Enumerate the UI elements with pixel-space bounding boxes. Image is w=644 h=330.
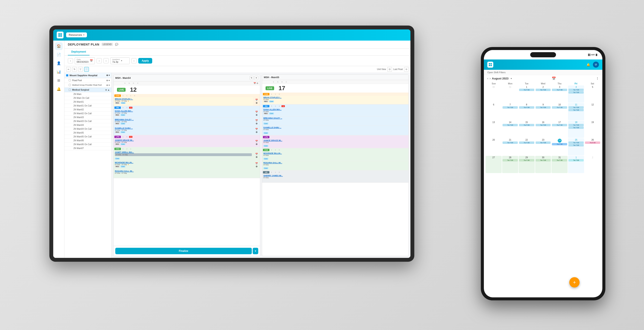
cal-cell[interactable]: 77a-7:30 (502, 103, 518, 120)
staff-name[interactable]: MCKENZIE BILLIN... (115, 162, 252, 164)
cal-cell[interactable]: 247a-7:30 (552, 138, 568, 156)
next-date-button[interactable]: › (96, 58, 102, 63)
cal-cell[interactable]: 267a-3:30 (584, 138, 601, 156)
info-icon[interactable]: 💬 (115, 43, 118, 46)
list-item[interactable]: 2N Main01 On Call (64, 104, 112, 108)
staff-name[interactable]: DANIELLE DABU ... (115, 127, 252, 129)
cal-cell[interactable]: 19 (584, 121, 601, 138)
sidebar-item-docs[interactable]: 📄 (55, 51, 63, 58)
cal-cell[interactable]: 297a-7:30 (519, 156, 535, 173)
sidebar-item-user[interactable]: 👤 (55, 60, 63, 67)
finalize-dropdown-button[interactable]: ▾ (253, 248, 258, 254)
staff-name[interactable]: MCKENZIE BILLIN... (264, 152, 407, 154)
filter-icon[interactable]: ▽ (78, 67, 83, 72)
cal-cell[interactable]: 27 (486, 156, 502, 173)
cal-cell[interactable]: 227a-7:30 (519, 138, 535, 156)
staff-name[interactable]: JANET GRELL IMA... (115, 151, 252, 153)
refresh-icon[interactable]: ↻ (72, 67, 77, 72)
prev-date-button[interactable]: ‹ (68, 58, 73, 63)
settings-icon[interactable]: ⚙ (256, 131, 258, 133)
list-item[interactable]: 2N Main06 On Call (64, 142, 112, 146)
cal-cell[interactable]: 287a-7:30 (502, 156, 518, 173)
cal-cell[interactable]: 17a-7:30 (519, 86, 535, 103)
cal-cell[interactable]: 20 (486, 138, 502, 156)
cal-cell[interactable]: 30 (486, 86, 502, 103)
inpatient-dropdown[interactable]: Inpatient 7a-3p ▾ (110, 57, 130, 64)
cal-cell[interactable]: 6 (486, 103, 502, 120)
staff-name[interactable]: ROSARIA DALL IM... (264, 162, 407, 164)
hospital-expand-icon[interactable]: ⊕ ▾ (106, 74, 110, 76)
settings-icon[interactable]: ⚙ (256, 165, 258, 168)
cal-cell[interactable]: 2 (584, 156, 601, 173)
cal-cell[interactable]: 257a-7:307a-7:30 (568, 138, 584, 156)
collapse-icon[interactable]: ⇐ (66, 67, 71, 72)
settings-icon[interactable]: ⚙ (256, 122, 258, 125)
staff-name[interactable]: JANICE GRACE IM... (115, 139, 252, 141)
cal-cell[interactable]: 237a-7:30 (535, 138, 551, 156)
list-item[interactable]: 2N Main05 (64, 131, 112, 135)
sidebar-item-home[interactable]: 🏠 (55, 42, 63, 50)
cal-cell[interactable]: 307a-7:30 (535, 156, 551, 173)
list-item[interactable]: 2N Main05 On Call (64, 135, 112, 139)
cal-dropdown-arrow[interactable]: ▾ (511, 77, 512, 80)
action-icon[interactable]: 📅 (255, 111, 258, 113)
staff-name[interactable]: BRIAN STAPLES I... (115, 98, 252, 100)
medical-surgical-checkbox[interactable] (69, 89, 71, 91)
refresh-col1-icon[interactable]: ↻ (250, 76, 254, 80)
list-item[interactable]: 2N Main (64, 92, 112, 96)
action-icon[interactable]: 📅 (255, 162, 258, 165)
medical-surgical-expand-icon[interactable]: ⊕ ▲ (105, 89, 110, 91)
cal-cell[interactable]: 187a-7:307a-7:30 (568, 121, 584, 138)
tab-deployment[interactable]: Deployment (68, 48, 90, 56)
prev-unit-button[interactable]: ‹ (104, 58, 108, 63)
action-icon[interactable]: 📅 (255, 99, 258, 101)
list-item[interactable]: 2N Main03 (64, 116, 112, 120)
cal-cell[interactable]: 157a-7:30 (519, 121, 535, 138)
next-unit-button[interactable]: › (132, 58, 136, 63)
cal-cell[interactable]: 107a-7:30 (552, 103, 568, 120)
list-item[interactable]: 2N Main04 (64, 123, 112, 127)
apply-button[interactable]: Apply (138, 58, 152, 64)
user-avatar[interactable]: LI (593, 62, 599, 68)
staff-name[interactable]: DANIELLE DABU ... (264, 126, 407, 128)
action-icon[interactable]: 📅 (255, 128, 258, 130)
cal-cell[interactable]: 37a-7:30 (552, 86, 568, 103)
list-item[interactable]: 2N Main06 (64, 139, 112, 142)
list-item[interactable]: 2N Main03 On Call (64, 120, 112, 123)
action-icon[interactable]: 📅 (255, 140, 258, 142)
cal-cell[interactable]: 97a-7:30 (535, 103, 551, 120)
cal-more-icon[interactable]: ⋮ (596, 77, 599, 80)
cal-cell[interactable]: 12 (584, 103, 601, 120)
float-icon[interactable]: ⊙ (404, 67, 409, 72)
unit-view-icon[interactable]: ⊡ (387, 67, 392, 72)
staff-name[interactable]: BRIAN STAPLES I... (264, 96, 407, 98)
list-item[interactable]: 2N Main02 (64, 108, 112, 112)
cal-cell[interactable]: 117a-7:307a-7:30 (568, 103, 584, 120)
action-icon[interactable]: 📅 (255, 153, 258, 155)
sidebar-item-bell[interactable]: 🔔 (55, 85, 63, 93)
cal-cell[interactable]: 87a-7:30 (519, 103, 535, 120)
notification-icon[interactable]: 🔔 (585, 62, 591, 68)
settings-icon[interactable]: ⚙ (256, 156, 258, 158)
staff-name[interactable]: BREANNA DALEY ... (115, 118, 252, 121)
settings-icon[interactable]: ⚙ (256, 102, 258, 104)
list-item[interactable]: 2N Main02 On Call (64, 112, 112, 116)
sidebar-item-grid[interactable]: ⊞ (55, 77, 63, 84)
med-group-expand-icon[interactable]: ⊕ ▾ (106, 84, 110, 86)
resources-dropdown[interactable]: Resources ▾ (66, 32, 87, 37)
list-item[interactable]: 2N Main04 On Call (64, 127, 112, 131)
cal-view-icon[interactable]: 📅 (552, 76, 556, 80)
list-item[interactable]: 2N Main07 (64, 146, 112, 150)
cal-next-button[interactable]: › (490, 77, 491, 80)
med-group-checkbox[interactable] (69, 84, 71, 86)
settings-icon[interactable]: ⚙ (256, 114, 258, 116)
heart-icon[interactable]: ♡ (84, 67, 89, 72)
cal-cell[interactable]: 317a-7:30 (552, 156, 568, 173)
staff-name[interactable]: BREANNA DALEY ... (264, 117, 407, 119)
sidebar-item-chart[interactable]: 📊 (55, 68, 63, 76)
float-pool-expand-icon[interactable]: ⊕ ▾ (106, 79, 110, 82)
cal-cell[interactable]: 5 (584, 86, 601, 103)
staff-name[interactable]: SHERRY JAMES IM... (264, 174, 407, 177)
float-pool-checkbox[interactable] (69, 79, 71, 81)
cal-cell[interactable]: 27a-7:30 (535, 86, 551, 103)
